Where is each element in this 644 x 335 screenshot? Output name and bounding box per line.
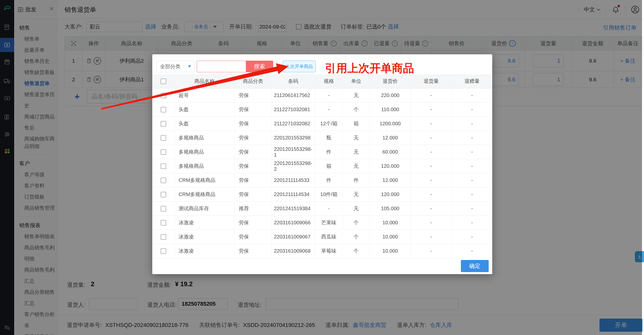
cell-category: 劳保	[235, 173, 271, 187]
cell-checkbox	[152, 230, 175, 244]
cell-product-name: CRM多规格商品	[175, 173, 235, 187]
cell-return-qty: -	[411, 88, 452, 103]
cell-return-price: 60.000	[370, 145, 411, 159]
row-checkbox[interactable]	[161, 107, 166, 112]
cell-unit: 无	[343, 145, 370, 159]
row-checkbox[interactable]	[161, 234, 166, 240]
cell-return-qty: -	[411, 103, 452, 117]
cell-unit: 无	[343, 88, 370, 103]
cell-return-qty: -	[411, 244, 452, 258]
cell-gift-qty: -	[452, 244, 492, 258]
cell-category: 劳保	[235, 230, 271, 244]
cell-unit: 无	[343, 187, 370, 202]
modal-table-row: CRM多规格商品劳保2201211114533件件12.000--	[152, 173, 492, 187]
cell-unit: 件	[343, 173, 370, 187]
cell-unit: 个	[343, 230, 370, 244]
caret-down-icon	[188, 65, 191, 67]
category-select[interactable]: 全部分类	[156, 61, 194, 72]
row-checkbox[interactable]	[161, 121, 166, 127]
cell-spec: 芒果味	[315, 216, 343, 230]
category-select-value: 全部分类	[160, 63, 180, 70]
cell-product-name: 多规格商品	[175, 159, 235, 173]
modal-search-button[interactable]: 搜索	[246, 61, 273, 72]
cell-gift-qty: -	[452, 187, 492, 202]
row-checkbox[interactable]	[161, 206, 166, 211]
confirm-button[interactable]: 确定	[461, 260, 489, 272]
modal-table-row: 头盔劳保2112271032081-个110.000--	[152, 103, 492, 117]
row-checkbox[interactable]	[161, 163, 166, 169]
row-checkbox[interactable]	[161, 149, 166, 155]
cell-barcode: 2112271032081	[271, 103, 315, 117]
cell-return-qty: -	[411, 145, 452, 159]
cell-gift-qty: -	[452, 88, 492, 103]
cell-barcode: 2201201553298	[271, 131, 315, 145]
cell-spec: 草莓味	[315, 244, 343, 258]
annotation-text: 引用上次开单商品	[325, 61, 414, 76]
app-window: 批发 ✕ 销售销售单批量开单销售单历史销售缺货看板销售退货单销售退货单历史商城订…	[0, 0, 644, 335]
row-checkbox[interactable]	[161, 220, 166, 226]
cell-product-name: 冰激凌	[175, 230, 235, 244]
row-checkbox[interactable]	[161, 135, 166, 141]
cell-gift-qty: -	[452, 159, 492, 173]
cell-unit: 个	[343, 216, 370, 230]
last-order-products-button[interactable]: 上次开单商品	[283, 61, 316, 72]
cell-return-price: 120.000	[370, 159, 411, 173]
modal-table-row: 多规格商品劳保2201201553298-2箱无120.000--	[152, 159, 492, 173]
cell-barcode: 2203161009067	[271, 230, 315, 244]
cell-barcode: 2201211114533	[271, 173, 315, 187]
cell-checkbox	[152, 159, 175, 173]
modal-search-input[interactable]	[197, 61, 246, 72]
modal-column-header: 单位	[343, 74, 370, 88]
row-checkbox[interactable]	[161, 93, 166, 98]
cell-return-price: 1200.000	[370, 117, 411, 131]
cell-return-qty: -	[411, 230, 452, 244]
modal-column-header: 退赠量	[452, 74, 492, 88]
row-checkbox[interactable]	[161, 248, 166, 254]
cell-gift-qty: -	[452, 216, 492, 230]
cell-spec: 10件/箱	[315, 187, 343, 202]
cell-spec: 件	[315, 173, 343, 187]
cell-gift-qty: -	[452, 131, 492, 145]
cell-return-qty: -	[411, 216, 452, 230]
cell-category: 劳保	[235, 216, 271, 230]
cell-product-name: 测试商品库存	[175, 202, 235, 216]
cell-return-price: 10.000	[370, 216, 411, 230]
cell-unit: 无	[343, 159, 370, 173]
cell-spec: 西瓜味	[315, 230, 343, 244]
cell-return-price: 10.000	[370, 230, 411, 244]
cell-category: 劳保	[235, 159, 271, 173]
cell-return-qty: -	[411, 202, 452, 216]
modal-table-row: 头盔劳保211227103208212个/箱箱1200.000--	[152, 117, 492, 131]
cell-checkbox	[152, 117, 175, 131]
cell-barcode: 2112271032082	[271, 117, 315, 131]
row-checkbox[interactable]	[161, 178, 166, 183]
cell-product-name: 超哥	[175, 88, 235, 103]
cell-category: 劳保	[235, 145, 271, 159]
cell-category: 劳保	[235, 244, 271, 258]
cell-gift-qty: -	[452, 230, 492, 244]
modal-table-row: CRM多规格商品劳保220121111453410件/箱无120.000--	[152, 187, 492, 202]
cell-spec: -	[315, 88, 343, 103]
cell-checkbox	[152, 145, 175, 159]
cell-product-name: 多规格商品	[175, 145, 235, 159]
modal-table-row: 冰激凌劳保2203161009067西瓜味个10.000--	[152, 230, 492, 244]
modal-column-header: 规格	[315, 74, 343, 88]
cell-spec: 瓶	[315, 131, 343, 145]
cell-unit: 箱	[343, 117, 370, 131]
cell-barcode: 2201201553298-1	[271, 145, 315, 159]
select-all-checkbox[interactable]	[161, 79, 166, 84]
cell-gift-qty: -	[452, 103, 492, 117]
cell-barcode: 2201201553298-2	[271, 159, 315, 173]
modal-table-row: 超哥劳保2112061417562-无220.000--	[152, 88, 492, 103]
cell-spec: 件	[315, 145, 343, 159]
cell-unit: 无	[343, 131, 370, 145]
cell-return-price: 12.000	[370, 173, 411, 187]
modal-column-header	[152, 74, 175, 88]
row-checkbox[interactable]	[161, 192, 166, 197]
modal-table-row: 冰激凌劳保2203161009068草莓味个10.000--	[152, 244, 492, 258]
cell-unit: 个	[343, 244, 370, 258]
cell-barcode: 2201241519384	[271, 202, 315, 216]
cell-spec: 12个/箱	[315, 117, 343, 131]
cell-category: 劳保	[235, 117, 271, 131]
modal-product-table: 商品名称商品分类条码规格单位退货价退货量退赠量 超哥劳保211206141756…	[152, 74, 492, 258]
